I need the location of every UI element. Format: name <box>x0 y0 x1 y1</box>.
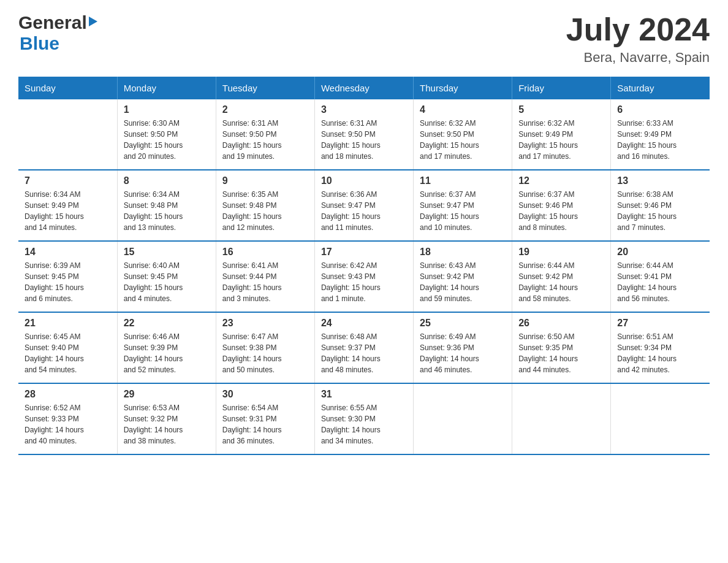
day-info: Sunrise: 6:54 AM Sunset: 9:31 PM Dayligh… <box>222 402 308 446</box>
calendar-cell <box>512 383 611 454</box>
calendar-cell: 9Sunrise: 6:35 AM Sunset: 9:48 PM Daylig… <box>216 170 314 241</box>
header-friday: Friday <box>512 77 611 99</box>
calendar-cell: 19Sunrise: 6:44 AM Sunset: 9:42 PM Dayli… <box>512 241 611 312</box>
day-info: Sunrise: 6:42 AM Sunset: 9:43 PM Dayligh… <box>321 260 407 304</box>
day-info: Sunrise: 6:34 AM Sunset: 9:49 PM Dayligh… <box>25 189 111 233</box>
day-info: Sunrise: 6:36 AM Sunset: 9:47 PM Dayligh… <box>321 189 407 233</box>
day-info: Sunrise: 6:40 AM Sunset: 9:45 PM Dayligh… <box>124 260 210 304</box>
calendar-cell: 29Sunrise: 6:53 AM Sunset: 9:32 PM Dayli… <box>117 383 216 454</box>
day-info: Sunrise: 6:52 AM Sunset: 9:33 PM Dayligh… <box>25 402 111 446</box>
logo-blue-text: Blue <box>20 33 59 53</box>
day-number: 20 <box>617 247 703 258</box>
calendar-cell: 31Sunrise: 6:55 AM Sunset: 9:30 PM Dayli… <box>314 383 413 454</box>
header-thursday: Thursday <box>414 77 512 99</box>
calendar-cell: 24Sunrise: 6:48 AM Sunset: 9:37 PM Dayli… <box>314 312 413 383</box>
day-number: 14 <box>25 247 111 258</box>
calendar-cell: 27Sunrise: 6:51 AM Sunset: 9:34 PM Dayli… <box>611 312 710 383</box>
day-number: 12 <box>518 175 604 186</box>
day-number: 10 <box>321 175 407 186</box>
day-number: 19 <box>518 247 604 258</box>
calendar-cell: 12Sunrise: 6:37 AM Sunset: 9:46 PM Dayli… <box>512 170 611 241</box>
day-info: Sunrise: 6:33 AM Sunset: 9:49 PM Dayligh… <box>617 118 703 162</box>
header-sunday: Sunday <box>18 77 117 99</box>
day-info: Sunrise: 6:31 AM Sunset: 9:50 PM Dayligh… <box>222 118 308 162</box>
calendar-cell: 22Sunrise: 6:46 AM Sunset: 9:39 PM Dayli… <box>117 312 216 383</box>
day-info: Sunrise: 6:44 AM Sunset: 9:42 PM Dayligh… <box>518 260 604 304</box>
week-row-5: 28Sunrise: 6:52 AM Sunset: 9:33 PM Dayli… <box>18 383 710 454</box>
calendar-cell: 5Sunrise: 6:32 AM Sunset: 9:49 PM Daylig… <box>512 99 611 170</box>
day-info: Sunrise: 6:31 AM Sunset: 9:50 PM Dayligh… <box>321 118 407 162</box>
day-info: Sunrise: 6:41 AM Sunset: 9:44 PM Dayligh… <box>222 260 308 304</box>
calendar-cell: 3Sunrise: 6:31 AM Sunset: 9:50 PM Daylig… <box>314 99 413 170</box>
week-row-4: 21Sunrise: 6:45 AM Sunset: 9:40 PM Dayli… <box>18 312 710 383</box>
calendar-cell: 15Sunrise: 6:40 AM Sunset: 9:45 PM Dayli… <box>117 241 216 312</box>
day-number: 2 <box>222 104 308 115</box>
day-info: Sunrise: 6:32 AM Sunset: 9:50 PM Dayligh… <box>420 118 506 162</box>
day-info: Sunrise: 6:48 AM Sunset: 9:37 PM Dayligh… <box>321 331 407 375</box>
calendar-cell: 28Sunrise: 6:52 AM Sunset: 9:33 PM Dayli… <box>18 383 117 454</box>
day-info: Sunrise: 6:55 AM Sunset: 9:30 PM Dayligh… <box>321 402 407 446</box>
day-number: 30 <box>222 389 308 400</box>
day-number: 23 <box>222 318 308 329</box>
calendar-cell: 20Sunrise: 6:44 AM Sunset: 9:41 PM Dayli… <box>611 241 710 312</box>
day-info: Sunrise: 6:32 AM Sunset: 9:49 PM Dayligh… <box>518 118 604 162</box>
calendar-cell: 30Sunrise: 6:54 AM Sunset: 9:31 PM Dayli… <box>216 383 314 454</box>
header-tuesday: Tuesday <box>216 77 314 99</box>
day-info: Sunrise: 6:44 AM Sunset: 9:41 PM Dayligh… <box>617 260 703 304</box>
day-info: Sunrise: 6:51 AM Sunset: 9:34 PM Dayligh… <box>617 331 703 375</box>
calendar-cell: 11Sunrise: 6:37 AM Sunset: 9:47 PM Dayli… <box>414 170 512 241</box>
calendar-cell: 13Sunrise: 6:38 AM Sunset: 9:46 PM Dayli… <box>611 170 710 241</box>
header-wednesday: Wednesday <box>314 77 413 99</box>
header-monday: Monday <box>117 77 216 99</box>
calendar-cell: 14Sunrise: 6:39 AM Sunset: 9:45 PM Dayli… <box>18 241 117 312</box>
week-row-3: 14Sunrise: 6:39 AM Sunset: 9:45 PM Dayli… <box>18 241 710 312</box>
title-section: July 2024 Bera, Navarre, Spain <box>566 12 710 66</box>
calendar-cell: 21Sunrise: 6:45 AM Sunset: 9:40 PM Dayli… <box>18 312 117 383</box>
header-saturday: Saturday <box>611 77 710 99</box>
day-info: Sunrise: 6:35 AM Sunset: 9:48 PM Dayligh… <box>222 189 308 233</box>
calendar-cell: 4Sunrise: 6:32 AM Sunset: 9:50 PM Daylig… <box>414 99 512 170</box>
calendar-cell <box>18 99 117 170</box>
day-number: 25 <box>420 318 506 329</box>
calendar-cell: 7Sunrise: 6:34 AM Sunset: 9:49 PM Daylig… <box>18 170 117 241</box>
logo-arrow-icon <box>89 17 97 26</box>
day-info: Sunrise: 6:49 AM Sunset: 9:36 PM Dayligh… <box>420 331 506 375</box>
day-number: 22 <box>124 318 210 329</box>
calendar-cell <box>611 383 710 454</box>
day-number: 9 <box>222 175 308 186</box>
day-number: 16 <box>222 247 308 258</box>
day-number: 6 <box>617 104 703 115</box>
day-number: 29 <box>124 389 210 400</box>
day-number: 4 <box>420 104 506 115</box>
calendar-cell <box>414 383 512 454</box>
calendar-cell: 23Sunrise: 6:47 AM Sunset: 9:38 PM Dayli… <box>216 312 314 383</box>
logo-general-text: General <box>18 12 87 33</box>
day-number: 21 <box>25 318 111 329</box>
day-info: Sunrise: 6:34 AM Sunset: 9:48 PM Dayligh… <box>124 189 210 233</box>
calendar-cell: 6Sunrise: 6:33 AM Sunset: 9:49 PM Daylig… <box>611 99 710 170</box>
logo: General Blue <box>18 12 97 54</box>
calendar-cell: 10Sunrise: 6:36 AM Sunset: 9:47 PM Dayli… <box>314 170 413 241</box>
day-number: 1 <box>124 104 210 115</box>
day-info: Sunrise: 6:38 AM Sunset: 9:46 PM Dayligh… <box>617 189 703 233</box>
day-number: 27 <box>617 318 703 329</box>
day-number: 8 <box>124 175 210 186</box>
day-info: Sunrise: 6:39 AM Sunset: 9:45 PM Dayligh… <box>25 260 111 304</box>
calendar-cell: 2Sunrise: 6:31 AM Sunset: 9:50 PM Daylig… <box>216 99 314 170</box>
day-number: 31 <box>321 389 407 400</box>
calendar-header-row: SundayMondayTuesdayWednesdayThursdayFrid… <box>18 77 710 99</box>
day-info: Sunrise: 6:43 AM Sunset: 9:42 PM Dayligh… <box>420 260 506 304</box>
day-number: 28 <box>25 389 111 400</box>
day-info: Sunrise: 6:30 AM Sunset: 9:50 PM Dayligh… <box>124 118 210 162</box>
day-info: Sunrise: 6:37 AM Sunset: 9:46 PM Dayligh… <box>518 189 604 233</box>
week-row-1: 1Sunrise: 6:30 AM Sunset: 9:50 PM Daylig… <box>18 99 710 170</box>
day-info: Sunrise: 6:46 AM Sunset: 9:39 PM Dayligh… <box>124 331 210 375</box>
calendar-cell: 18Sunrise: 6:43 AM Sunset: 9:42 PM Dayli… <box>414 241 512 312</box>
calendar-cell: 16Sunrise: 6:41 AM Sunset: 9:44 PM Dayli… <box>216 241 314 312</box>
day-number: 15 <box>124 247 210 258</box>
location-subtitle: Bera, Navarre, Spain <box>566 50 710 66</box>
day-number: 7 <box>25 175 111 186</box>
month-year-title: July 2024 <box>566 12 710 47</box>
day-number: 17 <box>321 247 407 258</box>
day-info: Sunrise: 6:37 AM Sunset: 9:47 PM Dayligh… <box>420 189 506 233</box>
